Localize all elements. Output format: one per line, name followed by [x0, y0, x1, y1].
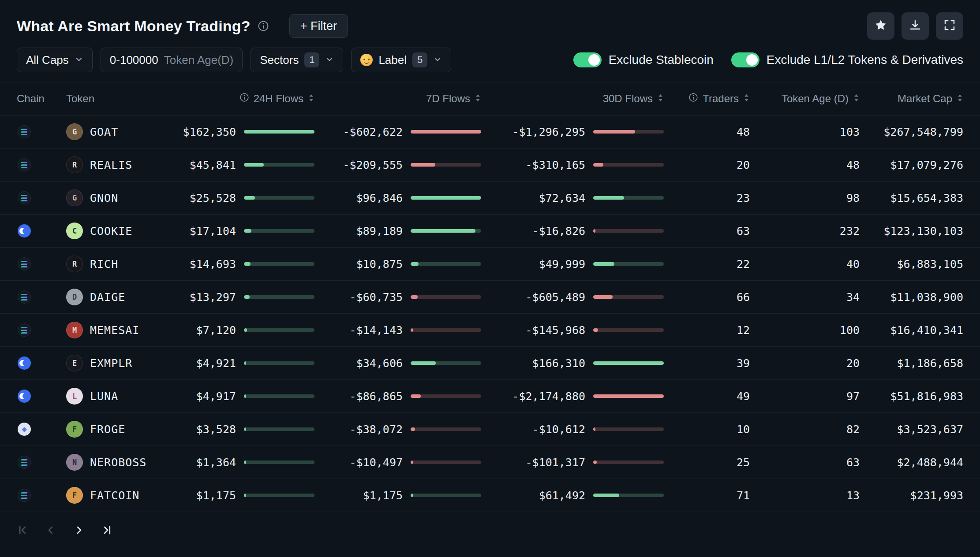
- table-row[interactable]: F FATCOIN $1,175 $1,175 $61,492 71 13 $2…: [0, 479, 980, 512]
- flow-24h-cell: $1,364: [159, 456, 314, 469]
- col-header-7d-flows[interactable]: 7D Flows: [314, 93, 481, 105]
- flow-30d-value: -$145,968: [526, 324, 585, 337]
- flow-30d-cell: -$16,826: [481, 225, 664, 238]
- flow-30d-bar: [593, 427, 664, 431]
- add-filter-button[interactable]: + Filter: [289, 14, 348, 38]
- flow-7d-bar: [411, 262, 481, 266]
- table-row[interactable]: R REALIS $45,841 -$209,555 -$310,165 20 …: [0, 149, 980, 182]
- token-cell: R REALIS: [66, 156, 159, 173]
- toolbar-actions: [867, 12, 963, 40]
- token-age-value: 103: [750, 126, 860, 138]
- table-row[interactable]: C COOKIE $17,104 $89,189 -$16,826 63 232…: [0, 215, 980, 248]
- flow-30d-value: -$310,165: [526, 159, 585, 171]
- flow-24h-value: $14,693: [190, 258, 236, 271]
- table-header: Chain Token 24H Flows 7D Flows 30D Flows…: [0, 82, 980, 115]
- fullscreen-button[interactable]: [936, 12, 963, 40]
- flow-30d-value: -$10,612: [532, 423, 585, 436]
- flow-30d-bar: [593, 494, 664, 497]
- previous-page-button[interactable]: [43, 524, 58, 538]
- market-cap-value: $2,488,944: [860, 456, 963, 469]
- flow-7d-bar: [411, 460, 481, 464]
- market-cap-filter[interactable]: All Caps: [17, 48, 93, 72]
- first-page-icon: [16, 524, 29, 538]
- token-age-value: 20: [750, 357, 860, 370]
- token-ticker: EXMPLR: [90, 357, 132, 370]
- market-cap-value: $6,883,105: [860, 258, 963, 271]
- flow-24h-bar: [244, 460, 314, 464]
- flow-30d-cell: -$310,165: [481, 159, 664, 171]
- chain-cell: ◆: [17, 423, 66, 436]
- flow-24h-value: $17,104: [190, 225, 236, 238]
- table-row[interactable]: D DAIGE $13,297 -$60,735 -$605,489 66 34…: [0, 281, 980, 314]
- next-page-button[interactable]: [71, 524, 86, 538]
- traders-value: 71: [664, 489, 750, 502]
- solana-chain-icon: [18, 290, 31, 304]
- col-header-30d-flows[interactable]: 30D Flows: [481, 93, 664, 105]
- token-ticker: GNON: [90, 192, 118, 204]
- traders-value: 23: [664, 192, 750, 204]
- flow-30d-value: -$101,317: [526, 456, 585, 469]
- table-row[interactable]: R RICH $14,693 $10,875 $49,999 22 40 $6,…: [0, 248, 980, 281]
- flow-24h-bar: [244, 328, 314, 332]
- solana-chain-icon: [18, 456, 31, 469]
- first-page-button[interactable]: [15, 524, 30, 538]
- table-row[interactable]: M MEMESAI $7,120 -$14,143 -$145,968 12 1…: [0, 314, 980, 347]
- token-ticker: FROGE: [90, 423, 125, 436]
- col-header-24h-flows[interactable]: 24H Flows: [159, 93, 314, 105]
- solana-chain-icon: [18, 125, 31, 138]
- token-ticker: COOKIE: [90, 225, 132, 238]
- token-cell: L LUNA: [66, 388, 159, 405]
- flow-7d-bar: [411, 328, 481, 332]
- traders-value: 63: [664, 225, 750, 238]
- flow-7d-bar: [411, 229, 481, 233]
- table-row[interactable]: G GOAT $162,350 -$602,622 -$1,296,295 48…: [0, 115, 980, 149]
- sectors-filter-label: Sectors: [260, 53, 299, 67]
- table-row[interactable]: E EXMPLR $4,921 $34,606 $166,310 39 20 $…: [0, 347, 980, 380]
- flow-7d-bar: [411, 196, 481, 200]
- flow-30d-bar: [593, 229, 664, 233]
- flow-7d-cell: -$60,735: [314, 291, 481, 304]
- token-avatar: G: [66, 123, 83, 140]
- flow-30d-value: $72,634: [539, 192, 585, 204]
- flow-30d-bar: [593, 328, 664, 332]
- flow-7d-value: -$38,072: [350, 423, 403, 436]
- table-row[interactable]: ◆ F FROGE $3,528 -$38,072 -$10,612 10 82…: [0, 413, 980, 446]
- favorite-button[interactable]: [867, 12, 894, 40]
- solana-chain-icon: [18, 257, 31, 271]
- exclude-l1l2-toggle[interactable]: [731, 52, 759, 67]
- token-age-value: 48: [750, 159, 860, 171]
- token-age-filter[interactable]: 0-100000 Token Age(D): [101, 48, 243, 72]
- download-icon: [909, 19, 922, 33]
- next-page-icon: [73, 524, 85, 538]
- last-page-button[interactable]: [100, 524, 115, 538]
- col-header-traders[interactable]: Traders: [664, 93, 750, 105]
- token-ticker: REALIS: [90, 159, 132, 171]
- sectors-filter[interactable]: Sectors 1: [251, 48, 343, 72]
- flow-30d-value: $166,310: [532, 357, 585, 370]
- label-filter[interactable]: Label 5: [351, 48, 451, 72]
- flow-30d-value: -$605,489: [526, 291, 585, 304]
- token-age-filter-value: 0-100000: [110, 53, 158, 67]
- exclude-stablecoin-toggle[interactable]: [573, 52, 602, 67]
- token-age-value: 232: [750, 225, 860, 238]
- market-cap-value: $123,130,103: [860, 225, 963, 238]
- flow-24h-bar: [244, 494, 314, 497]
- chain-cell: [17, 125, 66, 138]
- flow-30d-cell: -$101,317: [481, 456, 664, 469]
- flow-30d-cell: -$1,296,295: [481, 126, 664, 138]
- toggles-group: Exclude Stablecoin Exclude L1/L2 Tokens …: [573, 52, 963, 67]
- col-header-token-age[interactable]: Token Age (D): [750, 93, 860, 105]
- token-cell: G GOAT: [66, 123, 159, 140]
- market-cap-value: $3,523,637: [860, 423, 963, 436]
- table-row[interactable]: G GNON $25,528 $96,846 $72,634 23 98 $15…: [0, 182, 980, 215]
- market-cap-value: $11,038,900: [860, 291, 963, 304]
- title-info-icon[interactable]: [258, 20, 269, 32]
- flow-7d-cell: $1,175: [314, 489, 481, 502]
- col-header-market-cap[interactable]: Market Cap: [860, 93, 963, 105]
- table-row[interactable]: L LUNA $4,917 -$86,865 -$2,174,880 49 97…: [0, 380, 980, 413]
- table-row[interactable]: N NEROBOSS $1,364 -$10,497 -$101,317 25 …: [0, 446, 980, 479]
- flow-7d-bar: [411, 494, 481, 497]
- download-button[interactable]: [901, 12, 929, 40]
- flow-30d-bar: [593, 394, 664, 398]
- flow-30d-value: $49,999: [539, 258, 585, 271]
